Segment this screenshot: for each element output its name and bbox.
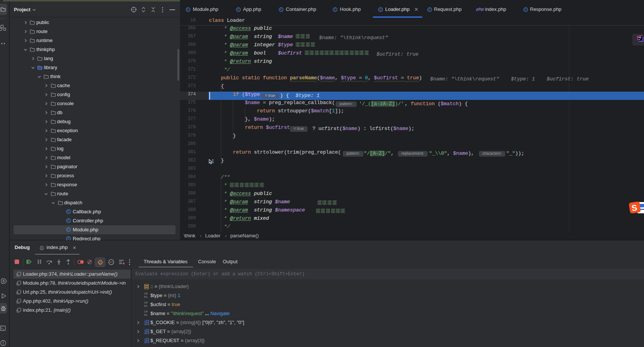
svg-text:2: 2 <box>144 341 146 344</box>
svg-text:C: C <box>379 8 381 11</box>
svg-text:PS: PS <box>638 36 641 39</box>
svg-text:C: C <box>237 8 239 11</box>
svg-text:C: C <box>280 8 282 11</box>
svg-text:2: 2 <box>144 332 146 335</box>
svg-text:C: C <box>99 261 102 264</box>
svg-text:C: C <box>334 8 336 11</box>
svg-text:2: 2 <box>144 323 146 326</box>
svg-text:C: C <box>67 210 69 213</box>
svg-text:C: C <box>187 8 189 11</box>
svg-text:C: C <box>67 228 69 231</box>
svg-text:C: C <box>67 237 69 240</box>
svg-text:C: C <box>428 8 431 11</box>
svg-text:C: C <box>524 8 527 11</box>
svg-text:C: C <box>67 219 69 222</box>
